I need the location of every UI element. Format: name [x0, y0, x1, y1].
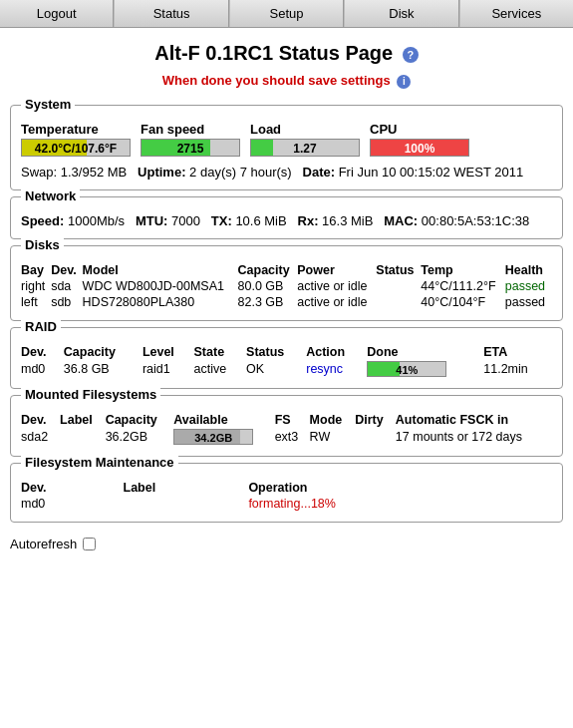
raid-action: resync	[306, 360, 367, 378]
disks-section-title: Disks	[21, 237, 64, 252]
fs-col-mode: Mode	[310, 412, 356, 428]
mtu-label: MTU:	[136, 213, 168, 228]
disk-capacity: 80.0 GB	[238, 278, 298, 294]
temperature-bar: 42.0°C/107.6°F	[21, 139, 131, 157]
uptime-label: Uptime:	[138, 165, 185, 180]
disk-temp: 40°C/104°F	[421, 294, 505, 310]
raid-col-level: Level	[143, 344, 194, 360]
disk-status	[376, 294, 421, 310]
temperature-item: Temperature 42.0°C/107.6°F	[21, 122, 131, 157]
fs-col-dev: Dev.	[21, 412, 60, 428]
raid-col-status: Status	[246, 344, 306, 360]
autorefresh-checkbox[interactable]	[83, 538, 96, 550]
disk-model: HDS728080PLA380	[83, 294, 238, 310]
raid-section-title: RAID	[21, 319, 61, 334]
load-item: Load 1.27	[250, 122, 360, 157]
disk-health: passed	[505, 278, 552, 294]
system-info-row: Swap: 1.3/952 MB Uptime: 2 day(s) 7 hour…	[21, 165, 552, 180]
raid-capacity: 36.8 GB	[64, 360, 143, 378]
load-label: Load	[250, 122, 281, 137]
speed-value: 1000Mb/s	[68, 213, 125, 228]
disk-power: active or idle	[297, 294, 376, 310]
disks-col-model: Model	[83, 262, 238, 278]
mac-label: MAC:	[384, 213, 418, 228]
fs-col-capacity: Capacity	[106, 412, 174, 428]
network-section-title: Network	[21, 188, 80, 203]
fs-col-fs: FS	[275, 412, 310, 428]
disk-dev: sdb	[51, 294, 82, 310]
fs-col-available: Available	[173, 412, 274, 428]
disks-table: Bay Dev. Model Capacity Power Status Tem…	[21, 262, 552, 310]
table-row: right sda WDC WD800JD-00MSA1 80.0 GB act…	[21, 278, 552, 294]
cpu-bar: 100%	[370, 139, 469, 157]
nav-logout[interactable]: Logout	[0, 0, 114, 27]
raid-state: active	[194, 360, 247, 378]
raid-col-capacity: Capacity	[64, 344, 143, 360]
fs-mode: RW	[310, 428, 356, 446]
disk-capacity: 82.3 GB	[238, 294, 298, 310]
tx-label: TX:	[211, 213, 232, 228]
fs-dev: sda2	[21, 428, 60, 446]
disks-col-health: Health	[505, 262, 552, 278]
disk-bay: right	[21, 278, 51, 294]
network-info-row: Speed: 1000Mb/s MTU: 7000 TX: 10.6 MiB R…	[21, 213, 552, 228]
fs-dirty	[355, 428, 396, 446]
maint-label	[124, 496, 249, 512]
nav-status[interactable]: Status	[114, 0, 228, 27]
save-warning: When done you should save settings i	[0, 69, 573, 99]
raid-level: raid1	[143, 360, 194, 378]
date-value: Fri Jun 10 00:15:02 WEST 2011	[339, 165, 523, 180]
fs-label	[60, 428, 106, 446]
table-row: md0 36.8 GB raid1 active OK resync 41% 1…	[21, 360, 552, 378]
raid-done: 41%	[367, 360, 483, 378]
mac-value: 00:80:5A:53:1C:38	[422, 213, 529, 228]
nav-services[interactable]: Services	[459, 0, 573, 27]
raid-eta: 11.2min	[483, 360, 552, 378]
raid-col-done: Done	[367, 344, 483, 360]
rx-value: 16.3 MiB	[322, 213, 373, 228]
raid-status: OK	[246, 360, 306, 378]
nav-disk[interactable]: Disk	[344, 0, 458, 27]
cpu-value: 100%	[371, 140, 468, 157]
temperature-value: 42.0°C/107.6°F	[22, 140, 130, 157]
disks-col-status: Status	[376, 262, 421, 278]
disks-col-dev: Dev.	[51, 262, 82, 278]
disk-status	[376, 278, 421, 294]
raid-col-eta: ETA	[483, 344, 552, 360]
raid-section: RAID Dev. Capacity Level State Status Ac…	[10, 327, 563, 389]
available-bar: 34.2GB	[173, 429, 253, 445]
disks-header-row: Bay Dev. Model Capacity Power Status Tem…	[21, 262, 552, 278]
disk-temp: 44°C/111.2°F	[421, 278, 505, 294]
swap-value: Swap: 1.3/952 MB	[21, 165, 127, 180]
fs-capacity: 36.2GB	[106, 428, 174, 446]
maint-dev: md0	[21, 496, 124, 512]
disks-section: Disks Bay Dev. Model Capacity Power Stat…	[10, 245, 563, 321]
disk-model: WDC WD800JD-00MSA1	[83, 278, 238, 294]
uptime-value: 2 day(s) 7 hour(s)	[189, 165, 292, 180]
speed-label: Speed:	[21, 213, 64, 228]
table-row: sda2 36.2GB 34.2GB ext3 RW 17 mounts or …	[21, 428, 552, 446]
disk-bay: left	[21, 294, 51, 310]
load-value: 1.27	[251, 140, 359, 157]
fan-speed-bar: 2715	[141, 139, 240, 157]
maint-table: Dev. Label Operation md0 formating...18%	[21, 480, 552, 512]
table-row: md0 formating...18%	[21, 496, 552, 512]
title-info-icon[interactable]: ?	[403, 47, 419, 63]
fs-col-dirty: Dirty	[355, 412, 396, 428]
raid-col-dev: Dev.	[21, 344, 64, 360]
network-section: Network Speed: 1000Mb/s MTU: 7000 TX: 10…	[10, 196, 563, 239]
date-label: Date:	[303, 165, 336, 180]
nav-setup[interactable]: Setup	[229, 0, 344, 27]
disk-health: passed	[505, 294, 552, 310]
warning-info-icon[interactable]: i	[397, 75, 411, 89]
fs-maintenance-section: Filesystem Maintenance Dev. Label Operat…	[10, 463, 563, 523]
mounted-fs-section: Mounted Filesystems Dev. Label Capacity …	[10, 395, 563, 457]
maint-header-row: Dev. Label Operation	[21, 480, 552, 496]
disks-col-power: Power	[297, 262, 376, 278]
fan-speed-value: 2715	[142, 140, 239, 157]
load-bar: 1.27	[250, 139, 360, 157]
raid-col-action: Action	[306, 344, 367, 360]
raid-table: Dev. Capacity Level State Status Action …	[21, 344, 552, 378]
raid-progress-text: 41%	[368, 362, 445, 378]
raid-progress-bar: 41%	[367, 361, 446, 377]
